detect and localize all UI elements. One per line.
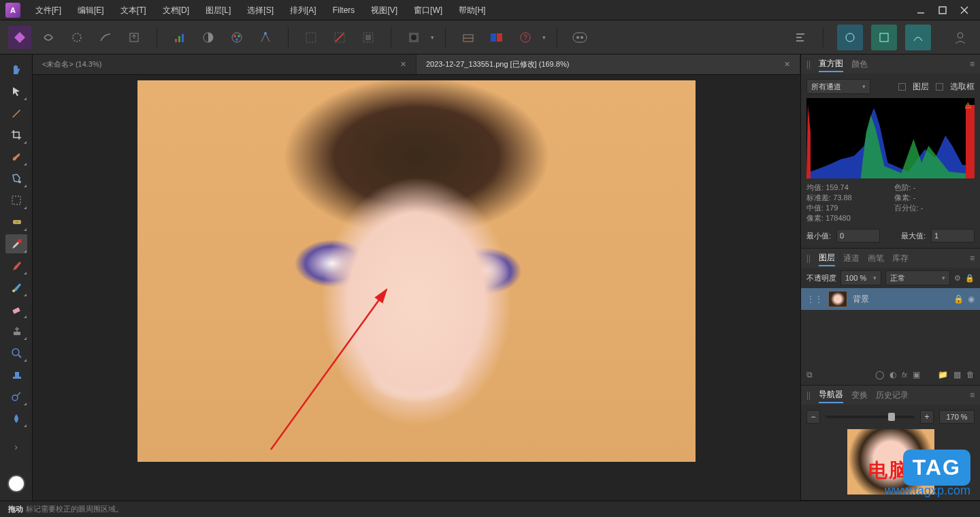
menu-view[interactable]: 视图[V]: [363, 0, 406, 20]
ml-icon[interactable]: [568, 26, 591, 49]
persona-tone-button[interactable]: [905, 25, 931, 50]
menu-layer[interactable]: 图层[L]: [197, 0, 239, 20]
menu-filters[interactable]: Filters: [325, 0, 363, 20]
hand-tool[interactable]: [5, 60, 27, 79]
quickmask-icon[interactable]: [402, 26, 425, 49]
panel-menu-icon[interactable]: ≡: [970, 253, 975, 263]
menu-edit[interactable]: 编辑[E]: [69, 0, 112, 20]
tab-channels[interactable]: 通道: [843, 251, 860, 266]
delete-icon[interactable]: 🗑: [966, 370, 975, 379]
close-icon[interactable]: ✕: [400, 60, 406, 69]
gear-icon[interactable]: ⚙: [954, 274, 961, 283]
color-picker-tool[interactable]: [5, 104, 27, 123]
export-icon[interactable]: [122, 26, 146, 49]
auto-levels-icon[interactable]: [168, 26, 191, 49]
tab-histogram[interactable]: 直方图: [819, 57, 843, 72]
menu-arrange[interactable]: 排列[A]: [282, 0, 325, 20]
channel-dropdown[interactable]: 所有通道▾: [806, 79, 870, 94]
navigator-thumbnail[interactable]: [847, 429, 934, 495]
panel-menu-icon[interactable]: ≡: [970, 390, 975, 400]
paintbrush-tool[interactable]: [5, 256, 27, 275]
selection-invert-icon[interactable]: [357, 26, 380, 49]
chevron-down-icon[interactable]: ▾: [542, 34, 546, 41]
tab-history[interactable]: 历史记录: [876, 388, 909, 403]
document-tab[interactable]: <未命名> (14.3%) ✕: [33, 54, 416, 74]
menu-select[interactable]: 选择[S]: [239, 0, 282, 20]
auto-colors-icon[interactable]: [225, 26, 248, 49]
persona-liquify-button[interactable]: [837, 25, 863, 50]
blend-dropdown[interactable]: 正常▾: [885, 270, 950, 285]
min-input[interactable]: [836, 229, 880, 242]
add-layer-icon[interactable]: ▦: [953, 370, 961, 379]
more-tools[interactable]: ›: [5, 437, 27, 456]
crop-guides-icon[interactable]: [457, 26, 480, 49]
healing-tool[interactable]: [5, 213, 27, 232]
mixer-brush-tool[interactable]: [5, 278, 27, 297]
tab-stock[interactable]: 库存: [892, 251, 909, 266]
zoom-slider[interactable]: [826, 416, 915, 418]
tab-navigator[interactable]: 导航器: [819, 388, 843, 403]
flood-select-tool[interactable]: [5, 169, 27, 188]
merge-icon[interactable]: ⧉: [806, 370, 813, 379]
layer-thumbnail[interactable]: [828, 291, 847, 307]
liquify-icon[interactable]: [37, 26, 60, 49]
close-button[interactable]: [960, 5, 969, 15]
document-tab[interactable]: 2023-12-27_133551.png [已修改] (169.8%) ✕: [416, 54, 800, 74]
assistant-icon[interactable]: ?: [514, 26, 537, 49]
tab-brushes[interactable]: 画笔: [868, 251, 884, 266]
marquee-tool[interactable]: [5, 191, 27, 210]
develop-icon[interactable]: [65, 26, 88, 49]
chevron-down-icon[interactable]: ▾: [431, 34, 434, 41]
canvas-viewport[interactable]: [33, 75, 800, 501]
maximize-button[interactable]: [938, 5, 947, 15]
tab-transform[interactable]: 变换: [851, 388, 868, 403]
swatch-icon[interactable]: [485, 26, 508, 49]
crop-tool[interactable]: [5, 125, 27, 144]
menu-file[interactable]: 文件[F]: [27, 0, 69, 20]
mask-icon[interactable]: ◯: [875, 370, 884, 379]
zoom-value[interactable]: 170 %: [939, 410, 975, 424]
stamp-tool[interactable]: [5, 365, 27, 384]
opacity-dropdown[interactable]: 100 %▾: [840, 270, 881, 285]
minimize-button[interactable]: [916, 5, 926, 15]
tab-layers[interactable]: 图层: [819, 251, 835, 266]
menu-document[interactable]: 文档[D]: [154, 0, 197, 20]
menu-window[interactable]: 窗口[W]: [406, 0, 451, 20]
max-input[interactable]: [931, 229, 975, 242]
lock-icon[interactable]: 🔒: [965, 274, 975, 283]
close-icon[interactable]: ✕: [784, 60, 790, 69]
panel-menu-icon[interactable]: ≡: [970, 59, 975, 69]
auto-contrast-icon[interactable]: [197, 26, 220, 49]
group-icon[interactable]: 📁: [938, 370, 948, 379]
marquee-checkbox[interactable]: [936, 83, 943, 91]
zoom-tool[interactable]: [5, 343, 27, 362]
zoom-in-button[interactable]: +: [920, 410, 934, 424]
fx-icon[interactable]: fx: [902, 371, 907, 379]
blur-tool[interactable]: [5, 409, 27, 428]
visibility-icon[interactable]: ◉: [968, 294, 975, 304]
layer-row[interactable]: ⋮⋮ 背景 🔒 ◉: [801, 288, 980, 310]
dodge-tool[interactable]: [5, 387, 27, 406]
layer-checkbox[interactable]: [898, 83, 906, 91]
clone-tool[interactable]: [5, 322, 27, 341]
account-icon[interactable]: [949, 26, 972, 49]
align-icon[interactable]: [789, 26, 812, 49]
lock-icon[interactable]: 🔒: [953, 294, 964, 304]
selection-brush-tool[interactable]: [5, 147, 27, 166]
canvas-image[interactable]: [137, 80, 696, 462]
drag-handle-icon[interactable]: ⋮⋮: [806, 294, 823, 304]
auto-wb-icon[interactable]: [254, 26, 277, 49]
tab-color[interactable]: 颜色: [851, 57, 868, 72]
crop-icon[interactable]: ▣: [913, 370, 920, 379]
menu-text[interactable]: 文本[T]: [112, 0, 154, 20]
persona-develop-button[interactable]: [871, 25, 897, 50]
selection-none-icon[interactable]: [328, 26, 351, 49]
zoom-out-button[interactable]: −: [806, 410, 820, 424]
tonemap-icon[interactable]: [94, 26, 117, 49]
eraser-tool[interactable]: [5, 300, 27, 319]
persona-photo-icon[interactable]: [8, 26, 31, 49]
adjustment-icon[interactable]: ◐: [889, 370, 896, 379]
color-well[interactable]: [7, 475, 25, 492]
redeye-tool[interactable]: [5, 234, 27, 253]
selection-all-icon[interactable]: [299, 26, 323, 49]
